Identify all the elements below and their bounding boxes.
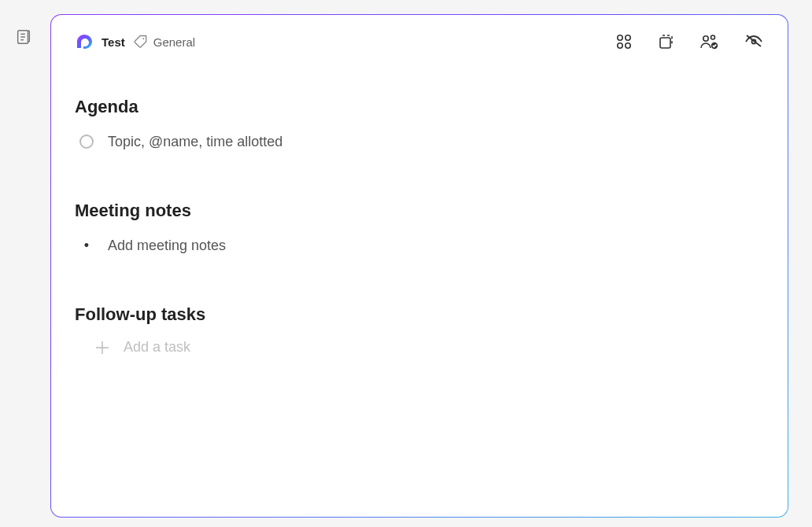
share-people-icon[interactable]: [699, 32, 720, 51]
radio-unchecked-icon[interactable]: [79, 135, 94, 149]
document-title[interactable]: Test: [102, 35, 125, 49]
notes-heading: Meeting notes: [75, 201, 764, 221]
note-content: Agenda Topic, @name, time allotted Meeti…: [75, 51, 764, 356]
note-panel: Test General: [50, 14, 788, 518]
agenda-heading: Agenda: [75, 97, 764, 117]
notes-placeholder[interactable]: Add meeting notes: [108, 238, 226, 254]
section-meeting-notes: Meeting notes • Add meeting notes: [75, 201, 764, 257]
panel-header: Test General: [75, 32, 764, 51]
copy-component-icon[interactable]: [657, 32, 676, 51]
svg-point-10: [703, 36, 708, 41]
plus-icon: [94, 340, 111, 356]
header-actions: [615, 32, 764, 51]
loop-logo-icon: [75, 32, 94, 51]
agenda-placeholder[interactable]: Topic, @name, time allotted: [108, 134, 282, 150]
svg-line-14: [747, 35, 761, 46]
section-agenda: Agenda Topic, @name, time allotted: [75, 97, 764, 153]
left-rail: [0, 0, 47, 527]
notes-page-icon[interactable]: [15, 28, 32, 46]
tag-icon: [133, 34, 149, 50]
visibility-off-icon[interactable]: [744, 32, 764, 51]
svg-point-6: [626, 35, 630, 40]
add-task-row[interactable]: Add a task: [75, 339, 764, 356]
svg-point-5: [618, 35, 622, 40]
svg-rect-9: [660, 38, 670, 48]
notes-item[interactable]: • Add meeting notes: [75, 234, 764, 257]
svg-point-8: [626, 43, 630, 48]
agenda-item[interactable]: Topic, @name, time allotted: [75, 130, 764, 153]
tag-label: General: [153, 35, 195, 49]
followup-placeholder[interactable]: Add a task: [124, 339, 190, 356]
tag-chip[interactable]: General: [133, 34, 195, 50]
bullet-icon: •: [79, 238, 94, 254]
section-followup: Follow-up tasks Add a task: [75, 304, 764, 356]
svg-point-7: [618, 43, 622, 48]
apps-grid-icon[interactable]: [615, 32, 633, 51]
followup-heading: Follow-up tasks: [75, 304, 764, 325]
svg-point-4: [142, 38, 144, 39]
svg-point-11: [711, 35, 715, 39]
